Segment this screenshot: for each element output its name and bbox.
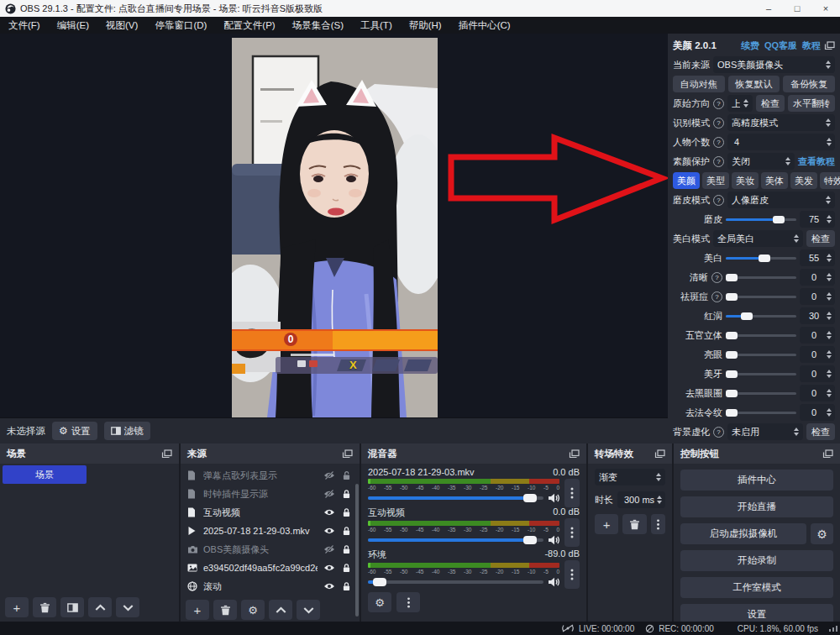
source-filters-button[interactable]: 滤镜 [104,422,150,440]
slider-handle[interactable] [773,216,785,223]
clarity-value[interactable]: 0 [800,269,835,286]
add-source-button[interactable]: + [186,600,209,620]
nasolabial-folds-value[interactable]: 0 [800,404,835,421]
popout-icon[interactable] [569,449,580,459]
scene-list-item[interactable]: 场景 [3,465,87,484]
menu-item-view[interactable]: 视图(V) [97,17,146,34]
smooth-slider[interactable] [726,218,796,221]
menu-item-plugin-center[interactable]: 插件中心(C) [450,17,519,34]
start-recording-button[interactable]: 开始录制 [680,550,833,571]
popout-icon[interactable] [824,41,835,50]
smooth-value[interactable]: 75 [800,211,835,228]
speaker-icon[interactable] [548,493,559,503]
help-icon[interactable]: ? [711,272,722,283]
source-row[interactable]: 弹幕点歌列表显示 [181,466,360,485]
whiten-mode-dropdown[interactable]: 全局美白 [713,230,803,247]
menu-item-docks[interactable]: 停靠窗口(D) [146,17,215,34]
tab-body[interactable]: 美体 [761,172,788,189]
help-icon[interactable]: ? [713,98,724,109]
channel-menu-button[interactable] [564,518,580,547]
source-properties-button[interactable]: ⚙ [241,600,265,620]
mixer-menu-button[interactable] [396,592,420,612]
source-row[interactable]: e394502df49aa5fc2a99cd2e7c [181,559,360,577]
face-3d-value[interactable]: 0 [800,327,835,344]
tab-reshape[interactable]: 美型 [702,172,729,189]
view-tutorial-link[interactable]: 查看教程 [798,155,835,168]
virtual-camera-settings-button[interactable]: ⚙ [811,523,833,544]
close-button[interactable]: × [811,0,840,17]
slider-handle[interactable] [759,255,770,262]
source-properties-button[interactable]: ⚙ 设置 [52,422,97,440]
speaker-icon[interactable] [548,535,559,545]
current-source-dropdown[interactable]: OBS美颜摄像头 [713,56,835,73]
lock-icon[interactable] [340,508,353,517]
popout-icon[interactable] [654,449,665,459]
eye-slash-icon[interactable] [323,545,335,554]
eye-icon[interactable] [323,527,335,535]
help-icon[interactable]: ? [713,195,724,206]
lock-icon[interactable] [340,545,353,554]
slider-handle[interactable] [726,351,738,359]
rosiness-value[interactable]: 30 [800,307,835,324]
menu-item-help[interactable]: 帮助(H) [401,17,450,34]
lock-icon[interactable] [340,564,353,573]
add-transition-button[interactable]: + [595,514,618,534]
orientation-dropdown[interactable]: 上 [727,95,753,112]
orientation-check-button[interactable]: 检查 [756,95,785,112]
minimize-button[interactable]: – [754,0,783,17]
remove-source-button[interactable] [213,600,237,620]
lock-icon[interactable] [340,490,353,499]
volume-slider[interactable] [368,496,543,500]
restore-default-button[interactable]: 恢复默认 [728,76,780,92]
plugin-center-button[interactable]: 插件中心 [680,470,833,491]
help-icon[interactable]: ? [711,291,722,302]
bright-eyes-value[interactable]: 0 [800,346,835,363]
webcam-video-frame[interactable]: 0 X [232,38,438,417]
recognition-mode-dropdown[interactable]: 高精度模式 [727,114,835,131]
help-icon[interactable]: ? [713,118,724,129]
channel-menu-button[interactable] [564,560,580,589]
volume-handle[interactable] [523,494,537,502]
horizontal-flip-button[interactable]: 水平翻转 [788,95,835,112]
source-row[interactable]: 互动视频 [181,503,360,522]
transition-dropdown[interactable]: 渐变 [595,469,665,485]
slider-handle[interactable] [726,370,738,378]
start-streaming-button[interactable]: 开始直播 [680,496,833,517]
tab-makeup[interactable]: 美妆 [732,172,759,189]
volume-slider[interactable] [368,580,543,584]
help-icon[interactable]: ? [713,156,724,167]
menu-item-edit[interactable]: 编辑(E) [49,17,97,34]
background-blur-check-button[interactable]: 检查 [806,423,835,440]
source-row[interactable]: 2025-07-18 21-29-03.mkv [181,522,360,540]
blemish-slider[interactable] [726,296,796,298]
dark-circles-value[interactable]: 0 [800,385,835,401]
move-scene-up-button[interactable] [88,597,112,617]
dark-circles-slider[interactable] [726,392,796,395]
volume-slider[interactable] [368,538,543,542]
slider-handle[interactable] [726,390,738,397]
popout-icon[interactable] [822,449,833,459]
speaker-icon[interactable] [548,577,559,587]
add-scene-button[interactable]: + [5,597,29,617]
background-blur-dropdown[interactable]: 未启用 [727,423,803,440]
blemish-value[interactable]: 0 [800,288,835,305]
channel-menu-button[interactable] [564,479,580,507]
whiten-value[interactable]: 55 [800,249,835,266]
whiten-check-button[interactable]: 检查 [806,230,835,247]
tab-hair[interactable]: 美发 [790,172,817,189]
teeth-whitening-slider[interactable] [726,373,796,375]
popout-icon[interactable] [342,449,353,459]
smooth-mode-dropdown[interactable]: 人像磨皮 [727,192,835,208]
source-row[interactable]: OBS美颜摄像头 [181,540,360,559]
slider-handle[interactable] [726,332,738,339]
remove-scene-button[interactable] [33,597,56,617]
help-icon[interactable]: ? [713,427,724,438]
eye-slash-icon[interactable] [323,490,335,498]
clarity-slider[interactable] [726,276,796,279]
move-source-up-button[interactable] [269,600,292,620]
menu-item-profile[interactable]: 配置文件(P) [215,17,283,34]
remove-transition-button[interactable] [622,514,646,534]
backup-restore-button[interactable]: 备份恢复 [783,76,835,92]
face-3d-slider[interactable] [726,334,796,337]
start-virtual-camera-button[interactable]: 启动虚拟摄像机 [680,523,806,544]
